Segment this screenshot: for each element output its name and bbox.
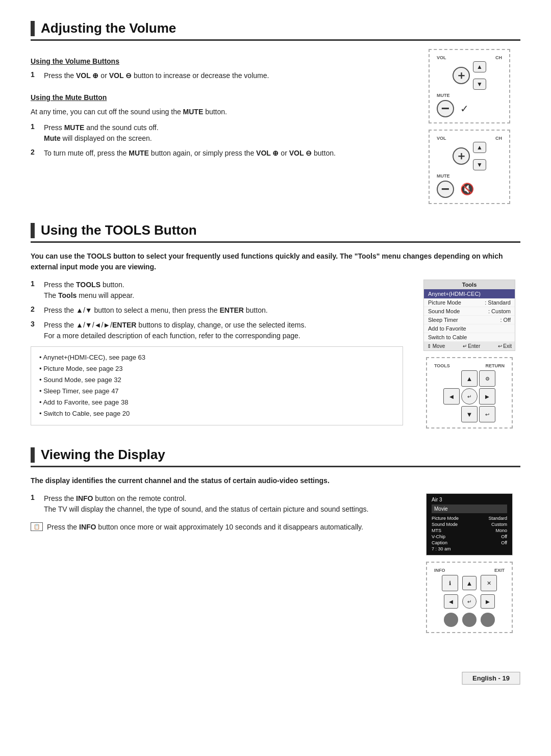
info-images: Air 3 Movie Picture ModeStandard Sound M… (418, 493, 520, 633)
info-header: Air 3 (432, 497, 507, 502)
nav-down: ▼ (461, 406, 478, 422)
adjusting-volume-text: Using the Volume Buttons 1 Press the VOL… (31, 49, 403, 163)
info-btn: ℹ (442, 575, 458, 591)
section-adjusting-volume: Adjusting the Volume Using the Volume Bu… (31, 20, 520, 204)
tools-menu-row-sleep: Sleep Timer: Off (424, 316, 515, 324)
tools-menu-footer: ⇕ Move ↵ Enter ↩ Exit (424, 342, 515, 350)
section-title-adjusting-volume: Adjusting the Volume (31, 20, 520, 41)
gray-btn-3 (481, 613, 495, 627)
viewing-text: 1 Press the INFO button on the remote co… (31, 493, 403, 533)
remote-diagram-vol2: VOL CH ＋ ▲ ▼ MUTE (429, 130, 510, 204)
return-btn: ↩ (479, 406, 495, 422)
tools-step-3: 3 Press the ▲/▼/◄/►/ENTER buttons to dis… (31, 320, 403, 341)
tools-menu-row-cable: Switch to Cable (424, 333, 515, 342)
mute-active-symbol: 🔇 (460, 183, 474, 196)
subsection-title-volume-buttons: Using the Volume Buttons (31, 57, 403, 65)
nav-enter: ↵ (461, 388, 478, 405)
bullet-anynet: Anynet+(HDMI-CEC), see page 63 (39, 352, 394, 363)
mute-label-top2: MUTE (437, 173, 450, 179)
info-enter: ↵ (462, 594, 477, 609)
note-icon: 📋 (31, 522, 43, 531)
mute-label-top: MUTE (437, 93, 450, 98)
nav-left: ◄ (443, 388, 460, 405)
page-footer: English - 19 (462, 672, 520, 685)
tools-step-1: 1 Press the TOOLS button.The Tools menu … (31, 280, 403, 301)
tools-intro: You can use the TOOLS button to select y… (31, 251, 520, 272)
info-row-caption: CaptionOff (432, 540, 507, 546)
vol-minus-btn2: − (437, 181, 454, 198)
info-title-block: Movie (432, 505, 507, 513)
mute-step-2: 2 To turn mute off, press the MUTE butto… (31, 148, 403, 159)
tools-menu-anynet: Anynet+(HDMI-CEC) (424, 289, 515, 298)
volume-remotes: VOL CH ＋ ▲ ▼ MUTE (418, 49, 520, 204)
tools-menu-row-favorite: Add to Favorite (424, 324, 515, 333)
volume-step-1: 1 Press the VOL ⊕ or VOL ⊖ button to inc… (31, 70, 403, 81)
section-title-tools: Using the TOOLS Button (31, 222, 520, 243)
nav-up: ▲ (461, 370, 478, 387)
mute-symbol: ✓ (460, 103, 469, 115)
tools-btn: ⚙ (479, 370, 495, 387)
viewing-intro: The display identifies the current chann… (31, 475, 520, 486)
section-tools-button: Using the TOOLS Button You can use the T… (31, 222, 520, 429)
bullet-sleep: Sleep Timer, see page 47 (39, 386, 394, 397)
bullet-cable: Switch to Cable, see page 20 (39, 408, 394, 419)
subsection-title-mute-button: Using the Mute Button (31, 93, 403, 102)
tools-menu-screenshot: Tools Anynet+(HDMI-CEC) Picture Mode: St… (423, 280, 515, 351)
vol-plus-btn2: ＋ (453, 147, 470, 165)
ch-down-btn2: ▼ (473, 159, 486, 170)
info-display-screenshot: Air 3 Movie Picture ModeStandard Sound M… (426, 493, 513, 556)
bullet-picture: Picture Mode, see page 23 (39, 363, 394, 374)
gray-btn-2 (462, 613, 477, 627)
info-remote-diagram: INFO EXIT ℹ ▲ ✕ ◄ ↵ ► (426, 562, 513, 633)
info-row-sound: Sound ModeCustom (432, 521, 507, 527)
tools-menu-title: Tools (424, 280, 515, 289)
ch-down-btn: ▼ (473, 79, 486, 90)
remote-diagram-vol1: VOL CH ＋ ▲ ▼ MUTE (429, 49, 510, 123)
tools-remote-diagram: TOOLS RETURN ▲ ⚙ ◄ ↵ ► ▼ ↩ (426, 357, 513, 429)
info-up: ▲ (462, 576, 477, 590)
tools-images: Tools Anynet+(HDMI-CEC) Picture Mode: St… (418, 280, 520, 429)
section-title-viewing: Viewing the Display (31, 447, 520, 467)
exit-btn: ✕ (481, 575, 497, 591)
tools-menu-row-sound: Sound Mode: Custom (424, 307, 515, 316)
viewing-step-1: 1 Press the INFO button on the remote co… (31, 493, 403, 515)
tools-step-2: 2 Press the ▲/▼ button to select a menu,… (31, 305, 403, 316)
vol-plus-btn: ＋ (453, 67, 470, 84)
bullet-favorite: Add to Favorite, see page 38 (39, 397, 394, 408)
tools-text: 1 Press the TOOLS button.The Tools menu … (31, 280, 403, 425)
mute-step-1: 1 Press MUTE and the sound cuts off.Mute… (31, 122, 403, 144)
section-viewing-display: Viewing the Display The display identifi… (31, 447, 520, 633)
nav-right: ► (479, 388, 495, 405)
viewing-note: 📋 Press the INFO button once more or wai… (31, 522, 403, 533)
vol-minus-btn: − (437, 100, 454, 117)
bullet-sound: Sound Mode, see page 32 (39, 374, 394, 386)
info-right: ► (481, 594, 495, 609)
ch-up-btn2: ▲ (473, 142, 486, 153)
info-row-picture: Picture ModeStandard (432, 515, 507, 521)
info-row-mts: MTSMono (432, 527, 507, 534)
info-row-vchip: V-ChipOff (432, 534, 507, 540)
mute-intro: At any time, you can cut off the sound u… (31, 107, 403, 117)
info-left: ◄ (444, 594, 458, 609)
info-row-time: 7 : 30 am (432, 546, 507, 552)
tools-nav-grid: ▲ ⚙ ◄ ↵ ► ▼ ↩ (443, 370, 495, 422)
tools-menu-row-picture: Picture Mode: Standard (424, 298, 515, 307)
gray-btn-1 (444, 613, 458, 627)
ch-up-btn: ▲ (473, 61, 486, 72)
tools-bullet-list: Anynet+(HDMI-CEC), see page 63 Picture M… (31, 346, 403, 425)
